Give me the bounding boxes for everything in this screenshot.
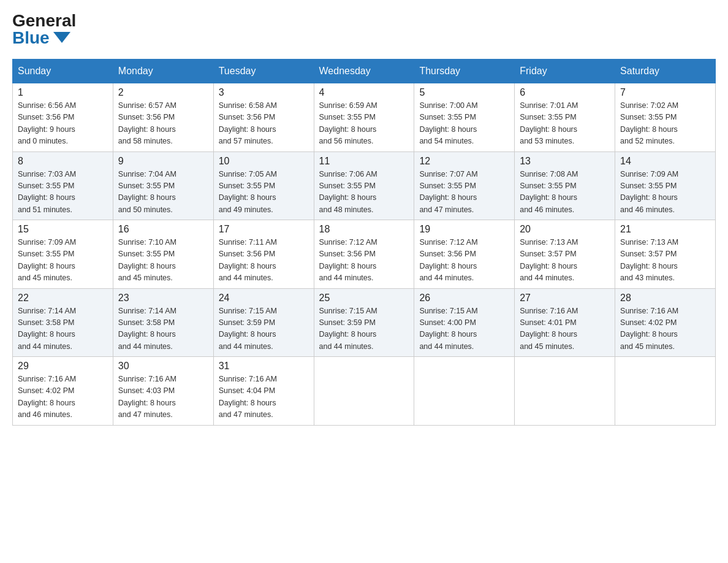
day-info: Sunrise: 7:07 AMSunset: 3:55 PMDaylight:… — [419, 169, 509, 216]
day-number: 8 — [18, 156, 108, 167]
calendar-cell: 12Sunrise: 7:07 AMSunset: 3:55 PMDayligh… — [414, 151, 515, 220]
day-info: Sunrise: 6:58 AMSunset: 3:56 PMDaylight:… — [219, 100, 309, 148]
day-info: Sunrise: 7:02 AMSunset: 3:55 PMDaylight:… — [620, 100, 710, 148]
calendar-cell: 19Sunrise: 7:12 AMSunset: 3:56 PMDayligh… — [414, 220, 515, 289]
logo: General Blue — [12, 12, 76, 47]
calendar-week-row: 1Sunrise: 6:56 AMSunset: 3:56 PMDaylight… — [13, 83, 716, 152]
calendar-cell — [314, 357, 414, 426]
day-info: Sunrise: 7:16 AMSunset: 4:04 PMDaylight:… — [219, 373, 309, 421]
day-info: Sunrise: 7:09 AMSunset: 3:55 PMDaylight:… — [18, 237, 108, 285]
day-number: 25 — [319, 293, 409, 304]
day-info: Sunrise: 6:59 AMSunset: 3:55 PMDaylight:… — [319, 100, 409, 148]
day-number: 27 — [520, 293, 610, 304]
day-info: Sunrise: 7:16 AMSunset: 4:02 PMDaylight:… — [18, 373, 108, 421]
calendar-cell: 10Sunrise: 7:05 AMSunset: 3:55 PMDayligh… — [213, 151, 314, 220]
calendar-table: SundayMondayTuesdayWednesdayThursdayFrid… — [12, 59, 716, 426]
day-number: 11 — [319, 156, 409, 167]
calendar-cell: 20Sunrise: 7:13 AMSunset: 3:57 PMDayligh… — [515, 220, 615, 289]
calendar-cell: 14Sunrise: 7:09 AMSunset: 3:55 PMDayligh… — [615, 151, 716, 220]
day-info: Sunrise: 7:15 AMSunset: 3:59 PMDaylight:… — [219, 305, 309, 353]
calendar-cell: 18Sunrise: 7:12 AMSunset: 3:56 PMDayligh… — [314, 220, 414, 289]
day-number: 14 — [620, 156, 710, 167]
day-number: 31 — [219, 361, 309, 372]
day-number: 18 — [319, 224, 409, 235]
day-info: Sunrise: 7:08 AMSunset: 3:55 PMDaylight:… — [520, 169, 610, 216]
calendar-cell: 8Sunrise: 7:03 AMSunset: 3:55 PMDaylight… — [13, 151, 113, 220]
day-number: 13 — [520, 156, 610, 167]
day-info: Sunrise: 7:03 AMSunset: 3:55 PMDaylight:… — [18, 169, 108, 216]
day-info: Sunrise: 7:16 AMSunset: 4:02 PMDaylight:… — [620, 305, 710, 353]
day-number: 30 — [118, 361, 208, 372]
day-info: Sunrise: 7:01 AMSunset: 3:55 PMDaylight:… — [520, 100, 610, 148]
day-number: 10 — [219, 156, 309, 167]
day-number: 1 — [18, 87, 108, 98]
day-info: Sunrise: 6:57 AMSunset: 3:56 PMDaylight:… — [118, 100, 208, 148]
calendar-cell: 1Sunrise: 6:56 AMSunset: 3:56 PMDaylight… — [13, 83, 113, 152]
day-number: 15 — [18, 224, 108, 235]
day-number: 17 — [219, 224, 309, 235]
day-number: 6 — [520, 87, 610, 98]
day-info: Sunrise: 7:16 AMSunset: 4:01 PMDaylight:… — [520, 305, 610, 353]
calendar-cell: 30Sunrise: 7:16 AMSunset: 4:03 PMDayligh… — [113, 357, 213, 426]
calendar-cell: 26Sunrise: 7:15 AMSunset: 4:00 PMDayligh… — [414, 288, 515, 357]
day-number: 19 — [419, 224, 509, 235]
day-info: Sunrise: 7:13 AMSunset: 3:57 PMDaylight:… — [520, 237, 610, 285]
calendar-cell: 9Sunrise: 7:04 AMSunset: 3:55 PMDaylight… — [113, 151, 213, 220]
calendar-cell: 25Sunrise: 7:15 AMSunset: 3:59 PMDayligh… — [314, 288, 414, 357]
calendar-cell: 15Sunrise: 7:09 AMSunset: 3:55 PMDayligh… — [13, 220, 113, 289]
column-header-thursday: Thursday — [414, 59, 515, 83]
calendar-cell: 23Sunrise: 7:14 AMSunset: 3:58 PMDayligh… — [113, 288, 213, 357]
day-info: Sunrise: 7:06 AMSunset: 3:55 PMDaylight:… — [319, 169, 409, 216]
logo-triangle-icon — [53, 32, 70, 43]
column-header-monday: Monday — [113, 59, 213, 83]
calendar-cell: 28Sunrise: 7:16 AMSunset: 4:02 PMDayligh… — [615, 288, 716, 357]
calendar-cell: 29Sunrise: 7:16 AMSunset: 4:02 PMDayligh… — [13, 357, 113, 426]
calendar-cell: 27Sunrise: 7:16 AMSunset: 4:01 PMDayligh… — [515, 288, 615, 357]
day-info: Sunrise: 7:04 AMSunset: 3:55 PMDaylight:… — [118, 169, 208, 216]
day-number: 2 — [118, 87, 208, 98]
calendar-week-row: 8Sunrise: 7:03 AMSunset: 3:55 PMDaylight… — [13, 151, 716, 220]
day-info: Sunrise: 7:09 AMSunset: 3:55 PMDaylight:… — [620, 169, 710, 216]
day-info: Sunrise: 7:15 AMSunset: 3:59 PMDaylight:… — [319, 305, 409, 353]
calendar-cell: 31Sunrise: 7:16 AMSunset: 4:04 PMDayligh… — [213, 357, 314, 426]
calendar-cell: 21Sunrise: 7:13 AMSunset: 3:57 PMDayligh… — [615, 220, 716, 289]
day-number: 20 — [520, 224, 610, 235]
calendar-cell: 3Sunrise: 6:58 AMSunset: 3:56 PMDaylight… — [213, 83, 314, 152]
column-header-sunday: Sunday — [13, 59, 113, 83]
day-number: 7 — [620, 87, 710, 98]
day-number: 26 — [419, 293, 509, 304]
day-info: Sunrise: 7:12 AMSunset: 3:56 PMDaylight:… — [319, 237, 409, 285]
calendar-cell — [515, 357, 615, 426]
page-header: General Blue — [12, 12, 716, 47]
calendar-week-row: 15Sunrise: 7:09 AMSunset: 3:55 PMDayligh… — [13, 220, 716, 289]
day-info: Sunrise: 7:13 AMSunset: 3:57 PMDaylight:… — [620, 237, 710, 285]
logo-blue-text: Blue — [12, 29, 70, 47]
calendar-cell — [615, 357, 716, 426]
day-number: 22 — [18, 293, 108, 304]
calendar-header-row: SundayMondayTuesdayWednesdayThursdayFrid… — [13, 59, 716, 83]
day-info: Sunrise: 7:11 AMSunset: 3:56 PMDaylight:… — [219, 237, 309, 285]
day-number: 23 — [118, 293, 208, 304]
day-number: 12 — [419, 156, 509, 167]
day-number: 28 — [620, 293, 710, 304]
day-info: Sunrise: 7:12 AMSunset: 3:56 PMDaylight:… — [419, 237, 509, 285]
calendar-cell: 7Sunrise: 7:02 AMSunset: 3:55 PMDaylight… — [615, 83, 716, 152]
calendar-cell: 16Sunrise: 7:10 AMSunset: 3:55 PMDayligh… — [113, 220, 213, 289]
calendar-cell: 17Sunrise: 7:11 AMSunset: 3:56 PMDayligh… — [213, 220, 314, 289]
day-info: Sunrise: 7:16 AMSunset: 4:03 PMDaylight:… — [118, 373, 208, 421]
calendar-cell: 22Sunrise: 7:14 AMSunset: 3:58 PMDayligh… — [13, 288, 113, 357]
day-number: 29 — [18, 361, 108, 372]
day-number: 3 — [219, 87, 309, 98]
column-header-saturday: Saturday — [615, 59, 716, 83]
calendar-week-row: 29Sunrise: 7:16 AMSunset: 4:02 PMDayligh… — [13, 357, 716, 426]
calendar-cell — [414, 357, 515, 426]
calendar-cell: 11Sunrise: 7:06 AMSunset: 3:55 PMDayligh… — [314, 151, 414, 220]
calendar-cell: 6Sunrise: 7:01 AMSunset: 3:55 PMDaylight… — [515, 83, 615, 152]
column-header-tuesday: Tuesday — [213, 59, 314, 83]
calendar-cell: 5Sunrise: 7:00 AMSunset: 3:55 PMDaylight… — [414, 83, 515, 152]
day-info: Sunrise: 6:56 AMSunset: 3:56 PMDaylight:… — [18, 100, 108, 148]
column-header-friday: Friday — [515, 59, 615, 83]
calendar-week-row: 22Sunrise: 7:14 AMSunset: 3:58 PMDayligh… — [13, 288, 716, 357]
day-number: 9 — [118, 156, 208, 167]
column-header-wednesday: Wednesday — [314, 59, 414, 83]
